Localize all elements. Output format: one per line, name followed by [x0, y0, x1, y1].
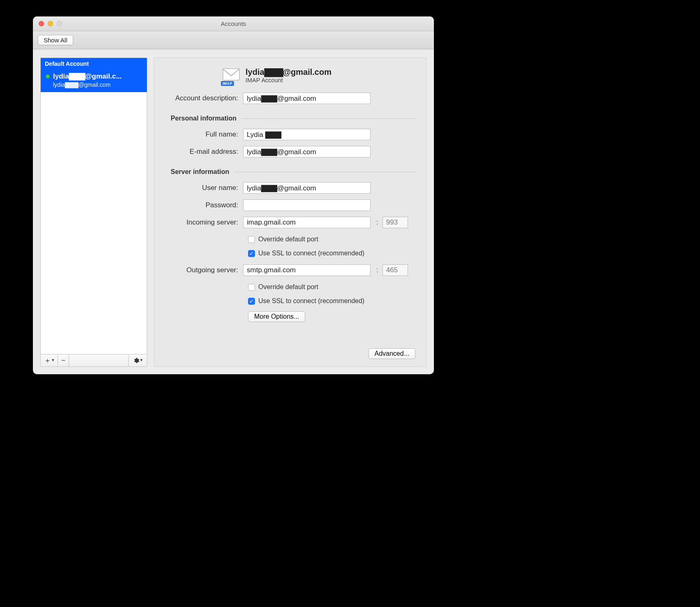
server-info-section: Server information — [171, 168, 415, 176]
personal-info-section: Personal information — [171, 115, 415, 122]
close-icon[interactable] — [39, 21, 44, 26]
footer-spacer — [69, 354, 128, 366]
content-area: Default Account lydia▇▇▇@gmail.c... lydi… — [33, 49, 434, 374]
full-name-input[interactable] — [243, 129, 371, 140]
window-title: Accounts — [33, 20, 434, 27]
port-separator: : — [376, 218, 378, 227]
window-controls — [33, 21, 62, 26]
username-input[interactable] — [243, 182, 371, 194]
zoom-icon — [57, 21, 62, 26]
incoming-override-port-checkbox[interactable] — [248, 236, 255, 243]
envelope-icon — [223, 67, 240, 81]
mail-imap-icon: IMAP — [223, 67, 240, 83]
accounts-window: Accounts Show All Default Account lydia▇… — [33, 16, 434, 374]
gear-icon — [133, 357, 139, 364]
imap-badge: IMAP — [221, 81, 234, 86]
outgoing-use-ssl-checkbox[interactable] — [248, 298, 255, 305]
username-label: User name: — [165, 184, 243, 192]
advanced-button[interactable]: Advanced... — [369, 348, 416, 359]
incoming-use-ssl-checkbox[interactable] — [248, 250, 255, 257]
titlebar: Accounts — [33, 16, 434, 31]
sidebar-account-item[interactable]: lydia▇▇▇@gmail.c... lydia▇▇▇@gmail.com — [41, 70, 147, 92]
password-label: Password: — [165, 201, 243, 209]
account-header: IMAP lydia▇▇▇@gmail.com IMAP Account — [165, 67, 415, 83]
password-input[interactable] — [243, 199, 371, 211]
sidebar-item-subtitle: lydia▇▇▇@gmail.com — [46, 81, 143, 88]
outgoing-server-label: Outgoing server: — [165, 266, 243, 274]
account-type-label: IMAP Account — [246, 77, 331, 83]
port-separator: : — [376, 266, 378, 274]
incoming-override-port-label: Override default port — [258, 236, 318, 243]
remove-account-button[interactable]: − — [58, 354, 69, 366]
incoming-use-ssl-label: Use SSL to connect (recommended) — [258, 250, 364, 257]
account-detail-pane: IMAP lydia▇▇▇@gmail.com IMAP Account Acc… — [154, 58, 426, 367]
sidebar-footer: ＋▾ − ▾ — [41, 354, 147, 366]
show-all-button[interactable]: Show All — [38, 35, 73, 45]
minimize-icon[interactable] — [48, 21, 53, 26]
account-description-input[interactable] — [243, 93, 371, 104]
account-title: lydia▇▇▇@gmail.com — [246, 67, 331, 77]
outgoing-server-input[interactable] — [243, 264, 371, 276]
outgoing-override-port-checkbox[interactable] — [248, 284, 255, 291]
incoming-port-input — [382, 217, 408, 228]
full-name-label: Full name: — [165, 130, 243, 139]
more-options-button[interactable]: More Options... — [248, 311, 305, 322]
toolbar: Show All — [33, 31, 434, 49]
incoming-server-label: Incoming server: — [165, 218, 243, 227]
accounts-sidebar: Default Account lydia▇▇▇@gmail.c... lydi… — [40, 58, 147, 367]
add-account-button[interactable]: ＋▾ — [41, 354, 58, 366]
sidebar-section-header: Default Account — [41, 58, 147, 70]
incoming-server-input[interactable] — [243, 217, 371, 228]
email-input[interactable] — [243, 146, 371, 158]
account-description-label: Account description: — [165, 94, 243, 102]
server-info-heading: Server information — [171, 168, 234, 176]
settings-gear-button[interactable]: ▾ — [128, 354, 147, 366]
sidebar-empty — [41, 92, 147, 354]
email-label: E-mail address: — [165, 148, 243, 156]
divider — [241, 118, 415, 119]
personal-info-heading: Personal information — [171, 115, 241, 122]
outgoing-use-ssl-label: Use SSL to connect (recommended) — [258, 297, 364, 305]
svg-rect-0 — [223, 69, 239, 80]
divider — [234, 172, 415, 172]
sidebar-item-title: lydia▇▇▇@gmail.c... — [53, 72, 143, 81]
status-online-icon — [46, 74, 50, 79]
outgoing-port-input — [382, 264, 408, 276]
outgoing-override-port-label: Override default port — [258, 283, 318, 291]
